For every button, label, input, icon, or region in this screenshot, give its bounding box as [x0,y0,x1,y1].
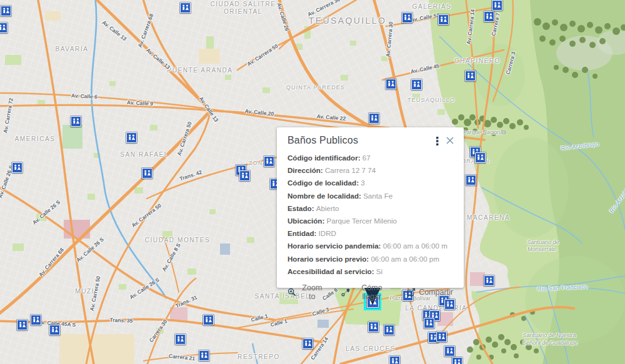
bathroom-marker[interactable] [199,350,209,361]
popup-field-row: Dirección: Carrera 12 7 74 [288,164,453,177]
action-label: Compartir [419,288,453,297]
feature-popup: Baños Publicos Código identific [277,127,464,288]
field-label: Accesibilidad al servicio: [288,267,376,275]
popup-field-row: Código identificador: 67 [288,152,453,164]
bathroom-marker[interactable] [264,156,274,167]
popup-field-row: Nombre de localidad: Santa Fe [288,190,453,202]
field-value: 06:00 am a 06:00 pm [371,255,439,263]
action-label: Zoom to [299,283,325,301]
field-value: Parque Tercer Milenio [327,217,398,225]
bathroom-marker[interactable] [0,22,8,33]
c-mo-llegar-button[interactable]: Cómo llegar [341,283,391,301]
popup-field-row: Entidad: IDRD [288,227,453,240]
zoom-to-button[interactable]: Zoom to [288,283,325,301]
popup-fields: Código identificador: 67Dirección: Carre… [277,149,464,278]
bathroom-marker[interactable] [484,11,494,22]
kebab-menu-icon [436,139,439,148]
popup-header: Baños Publicos [277,127,464,149]
bathroom-marker[interactable] [402,12,412,23]
field-value: 06:00 am a 06:00 m [383,242,448,250]
popup-field-row: Ubicación: Parque Tercer Milenio [288,215,453,227]
bathroom-marker[interactable] [386,79,396,89]
bathroom-marker[interactable] [12,162,22,173]
bathroom-marker[interactable] [465,71,476,81]
field-value: IDRD [319,229,336,237]
bathroom-marker[interactable] [484,275,494,286]
popup-field-row: Horario servicio previo: 06:00 am a 06:0… [288,253,453,265]
field-label: Código de localidad: [288,179,361,187]
bathroom-marker[interactable] [466,175,476,185]
bathroom-marker[interactable] [31,315,41,325]
field-value: Carrera 12 7 74 [325,166,376,174]
popup-field-row: Código de localidad: 3 [288,177,453,189]
popup-field-row: Accesibilidad al servicio: Si [288,265,453,278]
field-value: Santa Fe [363,192,392,200]
compartir-button[interactable]: Compartir [407,288,453,297]
bathroom-marker[interactable] [492,0,502,11]
field-value: Abierto [316,204,339,212]
bathroom-marker[interactable] [142,168,152,179]
bathroom-marker[interactable] [203,315,214,325]
zoom-in-icon [288,288,296,297]
field-label: Nombre de localidad: [288,192,363,200]
field-label: Horario servicio pandemia: [288,242,383,250]
field-label: Código identificador: [288,154,362,162]
popup-menu-button[interactable] [432,135,442,148]
share-icon [407,288,416,297]
map-app: BAVARIACIUDAD SALITREORIENTALTEUSAQUILLO… [0,0,625,364]
field-value: 67 [362,154,371,162]
popup-field-row: Horario servicio pandemia: 06:00 am a 06… [288,240,453,252]
bathroom-marker[interactable] [475,152,486,163]
bathroom-marker[interactable] [239,170,250,181]
bathroom-marker[interactable] [438,14,449,25]
popup-close-button[interactable] [442,135,458,146]
bathroom-marker[interactable] [436,332,447,342]
action-label: Cómo llegar [353,283,391,301]
field-value: 3 [361,179,364,187]
field-label: Dirección: [288,166,325,174]
close-icon [446,137,454,146]
bathroom-marker[interactable] [368,322,379,332]
bathroom-marker[interactable] [444,346,455,357]
field-value: Si [376,267,382,275]
bathroom-marker[interactable] [411,79,422,90]
bathroom-marker[interactable] [384,325,394,335]
bathroom-marker[interactable] [17,320,28,330]
popup-actions: Zoom toCómo llegarCompartir [277,278,464,301]
bathroom-marker[interactable] [302,338,313,349]
directions-icon [341,288,350,297]
field-label: Entidad: [288,229,319,237]
bathroom-marker[interactable] [49,325,60,335]
bathroom-marker[interactable] [389,356,400,364]
bathroom-marker[interactable] [452,357,462,364]
field-label: Ubicación: [288,217,327,225]
bathroom-marker[interactable] [1,6,11,16]
popup-title: Baños Publicos [288,135,432,146]
bathroom-marker[interactable] [175,334,186,345]
bathroom-marker[interactable] [369,113,379,124]
bathroom-marker[interactable] [71,116,81,127]
bathroom-marker[interactable] [126,132,137,143]
field-label: Estado: [288,204,316,212]
field-label: Horario servicio previo: [288,255,371,263]
bathroom-marker[interactable] [424,318,434,328]
bathroom-marker[interactable] [180,2,191,13]
popup-field-row: Estado: Abierto [288,202,453,215]
